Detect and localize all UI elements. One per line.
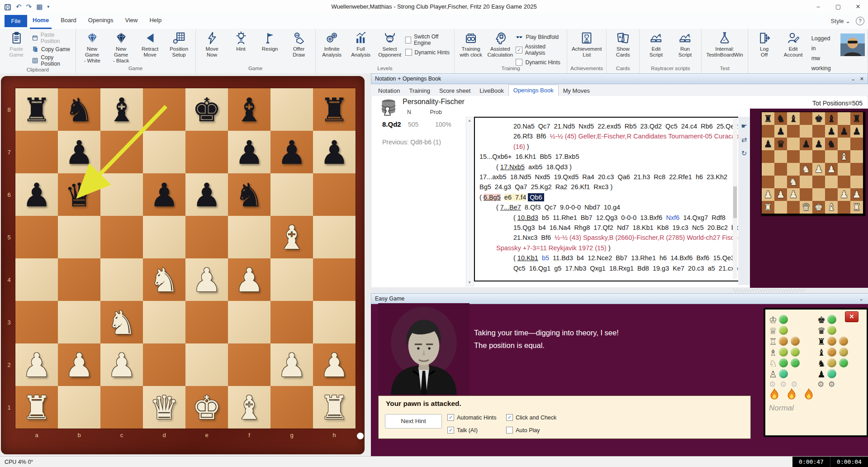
infinite-analysis-button[interactable]: Infinite Analysis — [318, 30, 346, 59]
edit-script-button[interactable]: Edit Script — [642, 30, 669, 59]
training-with-clock-button[interactable]: Training with clock — [457, 30, 484, 59]
notation-tab-notation[interactable]: Notation — [374, 86, 404, 96]
talk-ai-checkbox[interactable]: ✓Talk (AI) — [447, 427, 478, 434]
checkbox[interactable] — [405, 37, 411, 43]
scroll-up-icon[interactable]: ▲ — [466, 118, 473, 123]
checkbox[interactable]: ✓ — [447, 427, 454, 434]
retract-move-button[interactable]: Retract Move — [137, 30, 164, 59]
notation-move-segment[interactable]: 8.Qf3 Qc7 9.0-0-0 Nbd7 10.g4 — [521, 204, 620, 211]
paste-game-button[interactable]: Paste Game — [3, 30, 30, 59]
checkbox[interactable]: ✓ — [516, 47, 522, 53]
tab-home[interactable]: Home — [30, 14, 52, 29]
achievement-list-button[interactable]: Achievement List — [570, 30, 603, 59]
notation-move-segment[interactable]: Qb6 — [528, 193, 544, 201]
notation-move-segment[interactable]: ½-½ (45) Geller,E-Fischer,R Candidates T… — [550, 133, 739, 140]
notation-scrollbar[interactable] — [733, 119, 737, 279]
notation-tab-training[interactable]: Training — [404, 86, 434, 96]
close-pane-icon[interactable]: ✕ — [860, 76, 864, 82]
notation-move-segment[interactable]: ( — [479, 194, 484, 201]
notation-move-segment[interactable]: b5 11.Rhe1 Bb7 12.Qg3 0-0-0 13.Bxf6 — [538, 214, 666, 221]
notation-move-segment[interactable]: Bg5 24.g3 Qa7 25.Kg2 Ra2 26.Kf1 Rxc3 ) — [479, 183, 612, 191]
book-move[interactable]: 8.Qd2 — [382, 120, 401, 128]
tab-board[interactable]: Board — [58, 14, 79, 29]
notation-move-segment[interactable]: Nxf6 — [666, 214, 680, 221]
notation-move-segment[interactable]: 10.Kb1 — [517, 254, 538, 262]
notation-move-segment[interactable]: (16) — [513, 143, 525, 150]
checkbox[interactable] — [405, 49, 412, 56]
notation-move-segment[interactable]: 15.Qg3 b4 16.Na4 Rhg8 17.Qf2 Nd7 18.Kb1 … — [513, 224, 739, 231]
notation-move-segment[interactable]: 7...Be7 — [500, 204, 521, 211]
full-analysis-button[interactable]: Full Analysis — [347, 30, 375, 59]
scrollbar-thumb[interactable] — [733, 186, 737, 218]
copy-game-button[interactable]: Copy Game — [32, 46, 73, 53]
notation-move-segment[interactable] — [501, 194, 504, 201]
notation-move-segment[interactable]: Qc5 16.Qg1 g5 17.Nb3 Qxg1 18.Rxg1 Bd8 19… — [513, 265, 739, 272]
assisted-calculation-button[interactable]: Assisted Calculation — [486, 30, 514, 59]
column-prob[interactable]: Prob — [430, 109, 442, 115]
play-blindfold-button[interactable]: Play Blindfold — [516, 33, 564, 41]
notation-move-segment[interactable]: ) — [525, 143, 529, 150]
notation-move-segment[interactable]: 6.Bg5 — [484, 194, 501, 201]
tab-openings[interactable]: Openings — [85, 14, 116, 29]
tab-help[interactable]: Help — [147, 14, 164, 29]
file-tab[interactable]: File — [5, 15, 27, 27]
assisted-analysis-checkbox[interactable]: ✓Assisted Analysis — [516, 43, 564, 56]
book-scrollbar[interactable]: ▲ ▼ — [466, 117, 474, 286]
notation-move-segment[interactable]: ½-½ (43) Spassky,B (2660)-Fischer,R (278… — [555, 234, 739, 241]
click-and-check-checkbox[interactable]: ✓Click and Check — [506, 414, 556, 421]
collapse-icon[interactable]: ⌄ — [859, 296, 863, 302]
pane-splitter[interactable] — [371, 288, 868, 293]
notation-move-segment[interactable]: ( — [496, 204, 500, 211]
log-off-button[interactable]: Log Off — [751, 30, 778, 59]
new-game-black-button[interactable]: New Game - Black — [108, 30, 135, 65]
checkbox[interactable] — [506, 427, 513, 434]
checkbox[interactable]: ✓ — [447, 414, 454, 421]
notation-move-segment[interactable]: ( — [496, 163, 500, 171]
notation-move-segment[interactable]: ) — [607, 244, 611, 252]
notation-move-segment[interactable]: b5 — [542, 254, 549, 262]
notation-move-segment[interactable]: 17...axb5 18.Nd5 Nxd5 19.Qxd5 Ra4 20.c3 … — [479, 173, 727, 181]
notation-move-segment[interactable]: Spassky +7-3=11 Reykjavik 1972 (15) — [496, 244, 607, 252]
column-n[interactable]: N — [407, 109, 411, 115]
notation-tab-openings-book[interactable]: Openings Book — [508, 85, 559, 96]
swap-arrows-icon[interactable]: ⇄ — [741, 136, 747, 144]
style-dropdown[interactable]: Style ⌄ — [831, 18, 850, 24]
new-game-white-button[interactable]: New Game - White — [79, 30, 106, 65]
internal-testinboardwin-button[interactable]: Internal: TestInBoardWin — [704, 30, 745, 59]
panel-close-button[interactable]: ✕ — [845, 311, 859, 322]
notation-move-segment[interactable]: 26.Rf3 Bf6 — [513, 133, 550, 140]
notation-move-segment[interactable]: 20.Na5 Qc7 21.Nd5 Nxd5 22.exd5 Rb5 23.Qd… — [513, 123, 739, 130]
notation-move-segment[interactable]: 11.Bd3 b4 12.Nce2 Bb7 13.Rhe1 h6 14.Bxf6… — [549, 254, 735, 262]
automatic-hints-checkbox[interactable]: ✓Automatic Hints — [447, 414, 497, 421]
dynamic-hints-checkbox[interactable]: Dynamic Hints — [405, 49, 452, 56]
rotate-icon[interactable]: ↻ — [741, 149, 747, 157]
resign-button[interactable]: Resign — [256, 30, 284, 53]
notation-tab-score-sheet[interactable]: Score sheet — [435, 86, 475, 96]
select-opponent-button[interactable]: Select Opponent — [376, 30, 403, 59]
notation-move-segment[interactable]: 15...Qxb6+ 16.Kh1 Bb5 17.Bxb5 — [479, 153, 579, 160]
edit-account-button[interactable]: Edit Account — [780, 30, 807, 59]
notation-tab-livebook[interactable]: LiveBook — [475, 86, 508, 96]
checkbox[interactable]: ✓ — [506, 414, 513, 421]
switch-off-engine-checkbox[interactable]: Switch Off Engine — [405, 33, 452, 46]
next-hint-button[interactable]: Next Hint — [385, 414, 442, 429]
help-icon[interactable]: ? — [856, 17, 864, 25]
notation-move-segment[interactable]: 14.Qxg7 Rdf8 — [679, 214, 726, 221]
dynamic-hints-checkbox[interactable]: Dynamic Hints — [516, 59, 564, 66]
notation-move-segment[interactable]: 21.Nxc3 Bf6 — [513, 234, 555, 241]
notation-move-segment[interactable] — [538, 254, 542, 262]
move-now-button[interactable]: Move Now — [199, 30, 226, 59]
minimize-button[interactable]: – — [808, 0, 828, 14]
close-button[interactable]: ✕ — [848, 0, 868, 14]
notation-move-segment[interactable]: axb5 18.Qd3 ) — [525, 163, 572, 171]
run-script-button[interactable]: Run Script — [671, 30, 698, 59]
position-setup-button[interactable]: Position Setup — [166, 30, 193, 59]
collapse-icon[interactable]: ⌄ — [851, 76, 855, 82]
pointer-icon[interactable]: ☛ — [741, 122, 747, 130]
maximize-button[interactable]: ▢ — [828, 0, 848, 14]
notation-move-segment[interactable]: 10.Bd3 — [517, 214, 538, 221]
show-cards-button[interactable]: Show Cards — [609, 30, 636, 59]
checkbox[interactable] — [516, 59, 522, 66]
notation-move-segment[interactable]: ( — [513, 254, 517, 262]
tab-view[interactable]: View — [122, 14, 140, 29]
